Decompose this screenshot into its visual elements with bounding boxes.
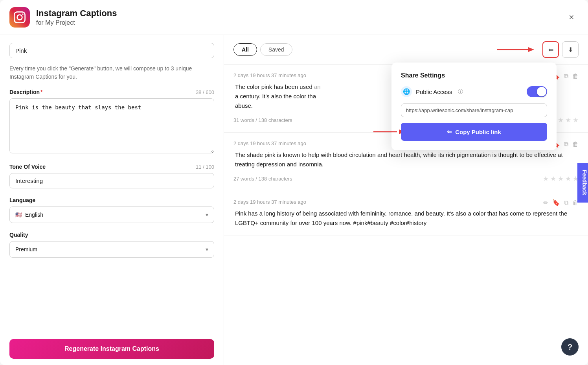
language-flag: 🇺🇸 <box>15 212 22 218</box>
card-3-copy-btn[interactable]: ⧉ <box>564 199 568 206</box>
action-buttons-area: ⇐ ⬇ <box>542 41 579 58</box>
tone-label-row: Tone Of Voice 11 / 100 <box>9 164 214 170</box>
share-url[interactable]: https://app.writesonic.com/share/instagr… <box>401 103 547 117</box>
card-2-stats: 27 words / 138 characters <box>233 176 292 182</box>
language-value: English <box>25 212 43 218</box>
tone-label: Tone Of Voice <box>9 164 46 170</box>
card-2-text: The shade pink is known to help with blo… <box>233 150 579 169</box>
help-button[interactable]: ? <box>561 338 579 356</box>
card-3-edit-btn[interactable]: ✏ <box>543 199 548 206</box>
required-marker: * <box>40 89 42 95</box>
share-popup-title: Share Settings <box>401 72 547 79</box>
quality-label-row: Quality <box>9 232 214 238</box>
right-panel: All Saved ⇐ ⬇ <box>224 35 588 365</box>
description-label: Description* <box>9 89 42 95</box>
star2-3[interactable]: ★ <box>558 175 564 183</box>
card-1-copy-btn[interactable]: ⧉ <box>564 72 568 80</box>
star-4[interactable]: ★ <box>565 116 571 124</box>
instagram-logo <box>9 7 30 28</box>
svg-marker-3 <box>399 129 401 134</box>
tone-char-count: 11 / 100 <box>196 164 214 170</box>
card-2-footer: 27 words / 138 characters ★ ★ ★ ★ ★ <box>233 175 579 183</box>
tone-section: Tone Of Voice 11 / 100 <box>9 164 214 188</box>
language-label: Language <box>9 197 35 203</box>
card-3-time: 2 days 19 hours 37 minutes ago <box>233 199 579 205</box>
toggle-knob <box>537 87 546 96</box>
red-arrow-copy-svg <box>369 126 401 138</box>
quality-section: Quality Premium ▾ <box>9 232 214 258</box>
description-label-row: Description* 38 / 600 <box>9 89 214 95</box>
copy-public-link-button[interactable]: ⇐ Copy Public link <box>401 123 547 141</box>
main-layout: Every time you click the "Generate" butt… <box>0 35 588 365</box>
star2-1[interactable]: ★ <box>543 175 549 183</box>
public-access-toggle[interactable] <box>527 86 547 97</box>
download-icon: ⬇ <box>568 46 573 53</box>
star-3[interactable]: ★ <box>558 116 564 124</box>
share-row: 🌐 Public Access ⓘ <box>401 86 547 97</box>
card-2-stars[interactable]: ★ ★ ★ ★ ★ <box>543 175 579 183</box>
app-title: Instagram Captions <box>36 8 117 18</box>
language-select[interactable]: 🇺🇸 English ▾ <box>9 206 214 223</box>
share-popup: Share Settings 🌐 Public Access ⓘ https:/… <box>391 63 557 150</box>
bottom-spacer <box>9 258 214 289</box>
generate-button[interactable]: Regenerate Instagram Captions <box>9 339 214 359</box>
quality-select[interactable]: Premium ▾ <box>9 241 214 258</box>
app-subtitle: for My Project <box>36 19 117 26</box>
header-title: Instagram Captions for My Project <box>36 8 117 26</box>
card-3: 2 days 19 hours 37 minutes ago Pink has … <box>224 191 588 236</box>
description-textarea[interactable]: Pink is the beauty that slays the best <box>9 98 214 153</box>
tab-all[interactable]: All <box>233 43 257 56</box>
svg-marker-1 <box>528 47 534 52</box>
share-row-left: 🌐 Public Access ⓘ <box>401 86 463 97</box>
public-access-label: Public Access <box>416 88 452 95</box>
header: Instagram Captions for My Project × <box>0 0 588 35</box>
globe-icon: 🌐 <box>401 86 412 97</box>
hint-text: Every time you click the "Generate" butt… <box>9 65 214 81</box>
share-button[interactable]: ⇐ <box>542 41 559 58</box>
quality-label: Quality <box>9 232 28 238</box>
share-icon-2: ⇐ <box>447 128 452 135</box>
tab-saved[interactable]: Saved <box>260 43 292 56</box>
language-select-inner: 🇺🇸 English <box>15 212 43 218</box>
card-2-copy-btn[interactable]: ⧉ <box>564 140 568 148</box>
quality-value: Premium <box>15 246 37 253</box>
description-char-count: 38 / 600 <box>196 89 214 95</box>
quality-select-right: ▾ <box>200 245 208 253</box>
red-arrow-svg <box>497 44 536 55</box>
language-label-row: Language <box>9 197 214 203</box>
card-3-bookmark-btn[interactable]: 🔖 <box>552 199 560 206</box>
keyword-input[interactable] <box>9 43 214 58</box>
card-3-text: Pink has a long history of being associa… <box>233 209 579 228</box>
star2-4[interactable]: ★ <box>565 175 571 183</box>
tone-input[interactable] <box>9 173 214 188</box>
feedback-tab[interactable]: Feedback <box>578 163 588 203</box>
card-2-delete-btn[interactable]: 🗑 <box>572 140 579 148</box>
app-container: Instagram Captions for My Project × Ever… <box>0 0 588 365</box>
language-select-right: ▾ <box>200 211 208 219</box>
divider <box>203 211 203 219</box>
card-1-stats: 31 words / 138 characters <box>233 117 292 123</box>
share-icon: ⇐ <box>548 46 553 53</box>
left-panel: Every time you click the "Generate" butt… <box>0 35 224 365</box>
left-scroll-area[interactable]: Every time you click the "Generate" butt… <box>0 35 224 333</box>
chevron-down-icon-2: ▾ <box>206 246 208 253</box>
chevron-down-icon: ▾ <box>206 212 208 218</box>
card-3-actions: ✏ 🔖 ⧉ 🗑 <box>543 199 579 206</box>
star2-2[interactable]: ★ <box>550 175 556 183</box>
close-button[interactable]: × <box>564 10 579 24</box>
copy-btn-container: ⇐ Copy Public link <box>401 123 547 141</box>
download-button[interactable]: ⬇ <box>562 41 579 58</box>
info-icon[interactable]: ⓘ <box>458 88 463 95</box>
copy-btn-label: Copy Public link <box>455 129 501 135</box>
language-section: Language 🇺🇸 English ▾ <box>9 197 214 223</box>
star-5[interactable]: ★ <box>573 116 579 124</box>
tabs-row: All Saved ⇐ ⬇ <box>224 35 588 65</box>
divider2 <box>203 245 203 253</box>
card-1-delete-btn[interactable]: 🗑 <box>572 72 579 80</box>
